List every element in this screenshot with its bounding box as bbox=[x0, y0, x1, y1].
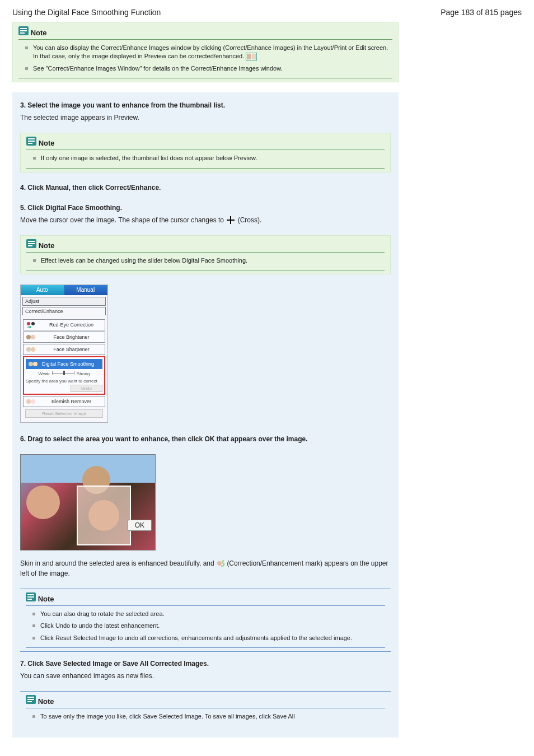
step-3-head: 3. Select the image you want to enhance … bbox=[20, 100, 391, 110]
tool-blemish[interactable]: Blemish Remover bbox=[23, 396, 105, 407]
correct-enhance-panel: Auto Manual Adjust Correct/Enhance Red-E… bbox=[20, 284, 108, 423]
cross-cursor-icon bbox=[227, 216, 235, 224]
note-divider bbox=[26, 270, 385, 270]
correct-enhance-icon bbox=[246, 53, 257, 60]
slider-weak-label: Weak bbox=[39, 371, 50, 376]
svg-rect-9 bbox=[28, 141, 35, 142]
svg-rect-6 bbox=[252, 54, 256, 59]
svg-point-27 bbox=[217, 561, 222, 566]
note-green: Note You can also display the Correct/En… bbox=[12, 22, 399, 82]
svg-rect-3 bbox=[20, 32, 25, 34]
step-7: 7. Click Save Selected Image or Save All… bbox=[20, 659, 391, 681]
svg-rect-29 bbox=[27, 594, 34, 595]
svg-point-21 bbox=[26, 347, 31, 352]
svg-rect-15 bbox=[28, 243, 35, 244]
tab-auto[interactable]: Auto bbox=[21, 285, 64, 295]
step-6: 6. Drag to select the area you want to e… bbox=[20, 434, 391, 444]
svg-rect-33 bbox=[27, 697, 34, 698]
note-icon bbox=[26, 592, 36, 601]
note-item: If only one image is selected, the thumb… bbox=[33, 152, 385, 164]
selection-rectangle[interactable] bbox=[77, 486, 131, 545]
svg-point-26 bbox=[31, 399, 35, 404]
note-heading: Note bbox=[39, 241, 55, 250]
tool-sharpener[interactable]: Face Sharpener bbox=[23, 344, 105, 355]
svg-point-19 bbox=[26, 335, 31, 339]
svg-point-22 bbox=[31, 347, 35, 352]
tool-brightener[interactable]: Face Brightener bbox=[23, 332, 105, 343]
specify-area-text: Specify the area you want to correct bbox=[26, 379, 102, 384]
step-7-head: 7. Click Save Selected Image or Save All… bbox=[20, 659, 391, 669]
note-icon bbox=[18, 26, 29, 35]
note-heading: Note bbox=[39, 139, 55, 147]
svg-rect-35 bbox=[27, 701, 32, 702]
svg-rect-1 bbox=[20, 28, 27, 29]
note-item: You can also drag to rotate the selected… bbox=[32, 608, 385, 620]
note-item: Click Undo to undo the latest enhancemen… bbox=[32, 620, 385, 632]
note-divider bbox=[26, 168, 385, 169]
subtab-adjust[interactable]: Adjust bbox=[22, 297, 106, 306]
tool-redeye[interactable]: Red-Eye Correction bbox=[23, 319, 105, 330]
note-item: To save only the image you like, click S… bbox=[32, 711, 385, 722]
svg-rect-14 bbox=[28, 241, 35, 242]
step-4-head: 4. Click Manual, then click Correct/Enha… bbox=[20, 183, 391, 193]
sharpener-icon bbox=[25, 346, 36, 353]
note-last: Note To save only the image you like, cl… bbox=[20, 691, 391, 722]
tool-label: Face Sharpener bbox=[40, 347, 103, 352]
tool-label: Face Brightener bbox=[40, 334, 103, 340]
note-heading: Note bbox=[31, 29, 47, 37]
svg-rect-31 bbox=[27, 599, 32, 600]
note-heading: Note bbox=[38, 697, 54, 706]
tab-manual[interactable]: Manual bbox=[64, 285, 108, 295]
note-divider bbox=[18, 78, 392, 78]
note-step3: Note If only one image is selected, the … bbox=[20, 133, 391, 172]
tool-label: Red-Eye Correction bbox=[40, 322, 103, 328]
step-3: 3. Select the image you want to enhance … bbox=[20, 100, 391, 123]
correction-mark-icon bbox=[216, 559, 225, 568]
step-5-head: 5. Click Digital Face Smoothing. bbox=[20, 203, 391, 213]
step-6-result: Skin in and around the selected area is … bbox=[20, 558, 391, 578]
step-6-head: 6. Drag to select the area you want to e… bbox=[20, 434, 391, 444]
svg-point-20 bbox=[31, 335, 35, 339]
svg-point-23 bbox=[29, 362, 33, 366]
note-icon bbox=[26, 239, 36, 248]
step-7-body: You can save enhanced images as new file… bbox=[20, 671, 391, 681]
note-item: Effect levels can be changed using the s… bbox=[33, 255, 385, 267]
note-item: Click Reset Selected Image to undo all c… bbox=[32, 632, 385, 644]
slider-track[interactable] bbox=[52, 371, 74, 376]
note-blue: Note You can also drag to rotate the sel… bbox=[20, 589, 391, 652]
preview-image[interactable]: OK bbox=[20, 454, 156, 550]
note-step5: Note Effect levels can be changed using … bbox=[20, 235, 391, 274]
svg-rect-5 bbox=[247, 54, 251, 59]
subtab-correct-enhance[interactable]: Correct/Enhance bbox=[22, 307, 106, 315]
dfs-slider[interactable]: Weak Strong bbox=[26, 370, 102, 377]
page-header: Using the Digital Face Smoothing Functio… bbox=[12, 8, 522, 17]
reset-selected-image-button[interactable]: Reset Selected Image bbox=[25, 409, 103, 418]
step-4: 4. Click Manual, then click Correct/Enha… bbox=[20, 183, 391, 193]
note-icon bbox=[26, 695, 36, 704]
svg-point-18 bbox=[31, 322, 35, 325]
slider-strong-label: Strong bbox=[77, 371, 90, 376]
undo-button[interactable]: Undo bbox=[71, 385, 102, 392]
svg-rect-8 bbox=[28, 138, 35, 139]
step-3-body: The selected image appears in Preview. bbox=[20, 113, 391, 123]
ok-button[interactable]: OK bbox=[128, 520, 152, 531]
content-area: 3. Select the image you want to enhance … bbox=[12, 92, 399, 737]
svg-rect-34 bbox=[27, 699, 34, 700]
page-indicator: Page 183 of 815 pages bbox=[441, 8, 522, 17]
note-heading: Note bbox=[38, 595, 54, 603]
step-5: 5. Click Digital Face Smoothing. Move th… bbox=[20, 203, 391, 225]
svg-rect-16 bbox=[28, 245, 32, 246]
note-divider bbox=[26, 647, 385, 648]
svg-rect-30 bbox=[27, 596, 34, 598]
tool-digital-face-smoothing[interactable]: Digital Face Smoothing Weak Strong bbox=[23, 356, 105, 395]
tool-label: Digital Face Smoothing bbox=[42, 361, 94, 367]
svg-point-17 bbox=[27, 322, 30, 325]
note-list: You can also display the Correct/Enhance… bbox=[18, 40, 392, 74]
page-title: Using the Digital Face Smoothing Functio… bbox=[12, 8, 161, 17]
svg-rect-2 bbox=[20, 30, 27, 31]
svg-point-25 bbox=[26, 399, 31, 404]
note-item: See "Correct/Enhance Images Window" for … bbox=[25, 63, 392, 74]
note-item: You can also display the Correct/Enhance… bbox=[25, 42, 392, 63]
note-icon bbox=[26, 137, 36, 146]
svg-rect-10 bbox=[28, 143, 32, 144]
